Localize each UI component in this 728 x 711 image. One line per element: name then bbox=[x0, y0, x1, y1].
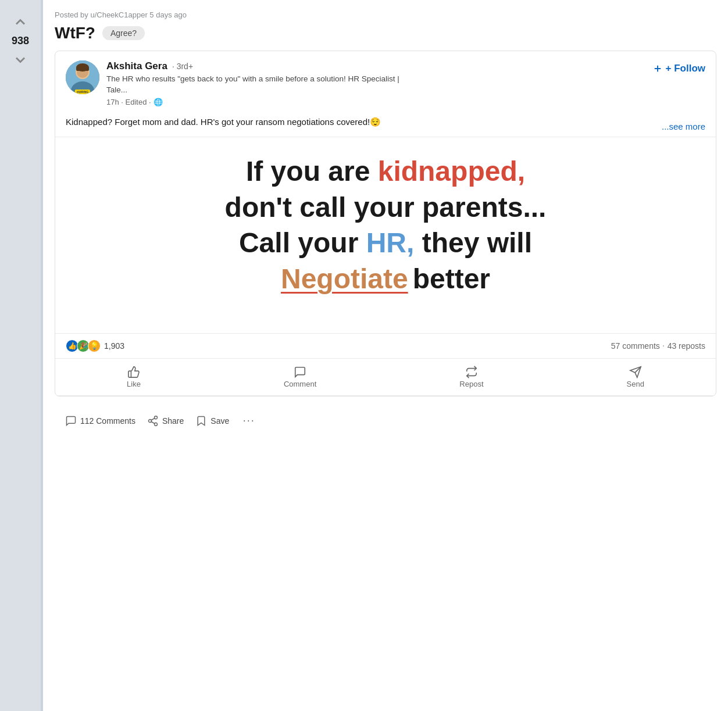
line4-better: better bbox=[413, 262, 490, 296]
follow-label: + Follow bbox=[666, 63, 705, 74]
see-more-link[interactable]: ...see more bbox=[662, 122, 705, 131]
dot-separator: · bbox=[662, 341, 668, 351]
comment-button[interactable]: Comment bbox=[272, 361, 328, 393]
image-line-4: Negotiate better bbox=[67, 262, 704, 296]
hiring-badge: #HIRING bbox=[75, 90, 90, 94]
save-icon bbox=[195, 415, 207, 427]
line1-text-black: If you are bbox=[246, 156, 378, 187]
bottom-bar: 112 Comments Share Save ··· bbox=[55, 406, 716, 436]
more-button[interactable]: ··· bbox=[241, 413, 257, 429]
save-label: Save bbox=[210, 416, 229, 426]
svg-point-10 bbox=[154, 416, 157, 419]
engagement-bar: 👍 🎉 💡 1,903 57 comments · 43 repo bbox=[55, 333, 716, 358]
profile-info: Akshita Gera · 3rd+ The HR who results "… bbox=[106, 60, 420, 106]
image-line-1: If you are kidnapped, bbox=[67, 155, 704, 188]
svg-line-13 bbox=[151, 421, 155, 423]
post-time-text: 17h · Edited · bbox=[106, 98, 151, 106]
profile-name-row: Akshita Gera · 3rd+ bbox=[106, 60, 420, 72]
repost-icon bbox=[465, 366, 478, 378]
repost-label: Repost bbox=[459, 380, 483, 388]
like-label: Like bbox=[127, 380, 141, 388]
author-name: Akshita Gera bbox=[106, 60, 167, 72]
repost-button[interactable]: Repost bbox=[448, 361, 495, 393]
svg-point-12 bbox=[154, 423, 157, 426]
post-title-row: WtF? Agree? bbox=[55, 24, 716, 42]
downvote-button[interactable] bbox=[10, 49, 31, 70]
comments-bottom-button[interactable]: 112 Comments bbox=[65, 415, 135, 427]
reposts-count: 43 reposts bbox=[668, 341, 705, 351]
save-button[interactable]: Save bbox=[195, 415, 229, 427]
viral-image-graphic: If you are kidnapped, don't call your pa… bbox=[55, 137, 716, 333]
like-icon bbox=[127, 366, 140, 378]
image-line-3: Call your HR, they will bbox=[67, 226, 704, 260]
comment-label: Comment bbox=[284, 380, 316, 388]
like-button[interactable]: Like bbox=[115, 361, 152, 393]
main-content: Posted by u/CheekC1apper 5 days ago WtF?… bbox=[41, 0, 728, 711]
linkedin-card-header: #HIRING Akshita Gera · 3rd+ The HR who r… bbox=[55, 51, 716, 113]
reaction-count: 1,903 bbox=[104, 341, 124, 351]
comment-bottom-icon bbox=[65, 415, 77, 427]
svg-rect-5 bbox=[76, 66, 89, 71]
svg-point-11 bbox=[148, 419, 151, 422]
avatar: #HIRING bbox=[66, 60, 99, 94]
share-icon bbox=[147, 415, 159, 427]
upvote-button[interactable] bbox=[10, 12, 31, 33]
avatar-image: #HIRING bbox=[66, 60, 99, 94]
line2-text: don't call your parents... bbox=[225, 192, 547, 223]
send-icon bbox=[629, 366, 642, 378]
vote-sidebar: 938 bbox=[0, 0, 41, 711]
post-meta: Posted by u/CheekC1apper 5 days ago bbox=[55, 10, 716, 19]
share-button[interactable]: Share bbox=[147, 415, 184, 427]
image-line-2: don't call your parents... bbox=[67, 191, 704, 224]
action-bar: Like Comment Repo bbox=[55, 358, 716, 396]
comments-count: 57 comments bbox=[611, 341, 660, 351]
post-title: WtF? bbox=[55, 24, 95, 42]
linkedin-profile: #HIRING Akshita Gera · 3rd+ The HR who r… bbox=[66, 60, 420, 106]
stats-right: 57 comments · 43 reposts bbox=[611, 341, 705, 351]
post-body-text: Kidnapped? Forget mom and dad. HR's got … bbox=[55, 113, 716, 137]
line3-call: Call your bbox=[239, 227, 366, 258]
reaction-row: 👍 🎉 💡 1,903 bbox=[66, 340, 124, 352]
reactions-icons: 👍 🎉 💡 bbox=[66, 340, 101, 352]
comments-bottom-label: 112 Comments bbox=[80, 416, 135, 426]
line1-text-red: kidnapped, bbox=[378, 156, 525, 187]
more-dots: ··· bbox=[243, 415, 255, 427]
line4-negotiate: Negotiate bbox=[281, 262, 408, 296]
agree-badge[interactable]: Agree? bbox=[102, 26, 145, 40]
linkedin-card: #HIRING Akshita Gera · 3rd+ The HR who r… bbox=[55, 51, 716, 396]
post-text-content: Kidnapped? Forget mom and dad. HR's got … bbox=[66, 117, 381, 127]
send-label: Send bbox=[627, 380, 644, 388]
send-button[interactable]: Send bbox=[615, 361, 656, 393]
line3-they-will: they will bbox=[414, 227, 532, 258]
share-label: Share bbox=[162, 416, 184, 426]
post-time: 17h · Edited · 🌐 bbox=[106, 98, 420, 106]
comment-icon bbox=[294, 366, 306, 378]
author-bio: The HR who results "gets back to you" wi… bbox=[106, 74, 420, 96]
follow-button[interactable]: + Follow bbox=[652, 60, 705, 74]
globe-icon: 🌐 bbox=[154, 98, 163, 106]
vote-count: 938 bbox=[12, 35, 29, 47]
svg-line-14 bbox=[151, 418, 155, 420]
author-degree: · 3rd+ bbox=[172, 62, 193, 71]
reaction-icon-insightful: 💡 bbox=[88, 340, 101, 352]
line3-hr: HR, bbox=[366, 227, 415, 258]
